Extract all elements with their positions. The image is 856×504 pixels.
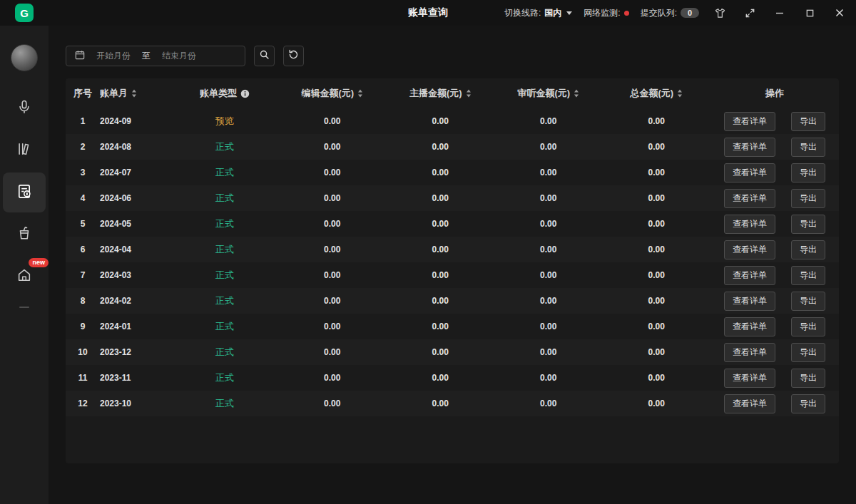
row-index: 7 <box>66 270 100 280</box>
bill-month: 2024-02 <box>100 296 171 306</box>
bill-type: 预览 <box>171 115 278 128</box>
view-detail-button[interactable]: 查看详单 <box>724 112 775 131</box>
view-detail-button[interactable]: 查看详单 <box>724 189 775 208</box>
billing-table-panel: 序号 账单月 账单类型 编辑金额(元) 主播金额(元) <box>66 78 839 463</box>
refresh-icon <box>288 49 299 63</box>
row-index: 6 <box>66 245 100 254</box>
header-anchor-amount[interactable]: 主播金额(元) <box>387 87 495 100</box>
anchor-amount: 0.00 <box>387 322 495 331</box>
bill-month: 2024-08 <box>100 142 171 152</box>
row-actions: 查看详单导出 <box>710 163 839 182</box>
start-month-input[interactable]: 开始月份 <box>96 50 131 62</box>
anchor-amount: 0.00 <box>387 142 495 152</box>
row-index: 1 <box>66 116 100 126</box>
skin-theme-button[interactable] <box>710 4 729 22</box>
export-button[interactable]: 导出 <box>791 215 825 234</box>
sort-icon[interactable] <box>677 89 683 98</box>
header-month[interactable]: 账单月 <box>100 87 171 100</box>
bill-type: 正式 <box>171 397 278 410</box>
edit-amount: 0.00 <box>278 347 387 357</box>
sort-icon[interactable] <box>574 89 579 98</box>
sidebar-item-billing[interactable] <box>3 173 46 212</box>
export-button[interactable]: 导出 <box>791 317 825 336</box>
review-amount: 0.00 <box>494 219 603 229</box>
sort-icon[interactable] <box>357 89 363 98</box>
row-index: 3 <box>66 168 100 178</box>
sidebar-item-voice[interactable] <box>3 88 46 128</box>
header-edit-amount[interactable]: 编辑金额(元) <box>278 87 387 100</box>
submit-queue-label: 提交队列: <box>641 7 677 19</box>
view-detail-button[interactable]: 查看详单 <box>724 240 775 259</box>
export-button[interactable]: 导出 <box>791 266 825 285</box>
sort-icon[interactable] <box>131 89 137 98</box>
row-actions: 查看详单导出 <box>710 240 839 259</box>
bill-month: 2024-04 <box>100 245 171 254</box>
export-button[interactable]: 导出 <box>791 163 825 182</box>
fullscreen-button[interactable] <box>740 4 759 22</box>
row-actions: 查看详单导出 <box>710 266 839 285</box>
bill-type: 正式 <box>171 346 278 359</box>
view-detail-button[interactable]: 查看详单 <box>724 317 775 336</box>
view-detail-button[interactable]: 查看详单 <box>724 394 775 413</box>
maximize-button[interactable] <box>800 4 819 22</box>
bill-month: 2024-07 <box>100 168 171 178</box>
minimize-button[interactable] <box>770 4 789 22</box>
total-amount: 0.00 <box>603 322 711 331</box>
avatar[interactable] <box>11 44 38 71</box>
row-index: 10 <box>66 347 100 357</box>
header-review-amount[interactable]: 审听金额(元) <box>494 87 603 100</box>
table-row: 12024-09预览0.000.000.000.00查看详单导出 <box>66 108 839 134</box>
view-detail-button[interactable]: 查看详单 <box>724 292 775 311</box>
close-button[interactable] <box>830 4 849 22</box>
export-button[interactable]: 导出 <box>791 112 825 131</box>
export-button[interactable]: 导出 <box>791 240 825 259</box>
row-index: 8 <box>66 296 100 306</box>
review-amount: 0.00 <box>494 193 603 203</box>
library-icon <box>16 141 32 160</box>
view-detail-button[interactable]: 查看详单 <box>724 266 775 285</box>
review-amount: 0.00 <box>494 168 603 178</box>
table-row: 72024-03正式0.000.000.000.00查看详单导出 <box>66 262 839 288</box>
header-total-amount[interactable]: 总金额(元) <box>603 87 711 100</box>
anchor-amount: 0.00 <box>387 373 495 383</box>
anchor-amount: 0.00 <box>387 398 495 408</box>
view-detail-button[interactable]: 查看详单 <box>724 215 775 234</box>
anchor-amount: 0.00 <box>387 168 495 178</box>
header-index-label: 序号 <box>73 87 92 100</box>
row-index: 5 <box>66 219 100 229</box>
sidebar-item-drink[interactable] <box>3 215 46 254</box>
table-row: 102023-12正式0.000.000.000.00查看详单导出 <box>66 339 839 365</box>
filter-bar: 开始月份 至 结束月份 <box>66 46 304 66</box>
export-button[interactable]: 导出 <box>791 292 825 311</box>
info-icon[interactable] <box>240 89 250 98</box>
line-switch-value: 国内 <box>544 7 561 19</box>
edit-amount: 0.00 <box>278 142 387 152</box>
view-detail-button[interactable]: 查看详单 <box>724 138 775 157</box>
view-detail-button[interactable]: 查看详单 <box>724 343 775 362</box>
refresh-button[interactable] <box>283 46 304 66</box>
row-actions: 查看详单导出 <box>710 138 839 157</box>
table-body: 12024-09预览0.000.000.000.00查看详单导出22024-08… <box>66 108 839 416</box>
view-detail-button[interactable]: 查看详单 <box>724 369 775 388</box>
table-row: 62024-04正式0.000.000.000.00查看详单导出 <box>66 237 839 262</box>
view-detail-button[interactable]: 查看详单 <box>724 163 775 182</box>
export-button[interactable]: 导出 <box>791 138 825 157</box>
sidebar-item-shop[interactable]: new <box>3 257 46 297</box>
end-month-input[interactable]: 结束月份 <box>162 50 196 62</box>
line-switch-dropdown[interactable]: 切换线路: 国内 <box>504 7 572 19</box>
export-button[interactable]: 导出 <box>791 343 825 362</box>
export-button[interactable]: 导出 <box>791 369 825 388</box>
anchor-amount: 0.00 <box>387 347 495 357</box>
search-button[interactable] <box>254 46 275 66</box>
sidebar-item-library[interactable] <box>3 130 46 170</box>
row-index: 2 <box>66 142 100 152</box>
bill-type: 正式 <box>171 192 278 205</box>
bill-type: 正式 <box>171 294 278 307</box>
row-actions: 查看详单导出 <box>710 292 839 311</box>
month-range-picker[interactable]: 开始月份 至 结束月份 <box>66 46 245 66</box>
bill-month: 2024-03 <box>100 270 171 280</box>
review-amount: 0.00 <box>494 373 603 383</box>
export-button[interactable]: 导出 <box>791 394 825 413</box>
export-button[interactable]: 导出 <box>791 189 825 208</box>
sort-icon[interactable] <box>466 89 472 98</box>
